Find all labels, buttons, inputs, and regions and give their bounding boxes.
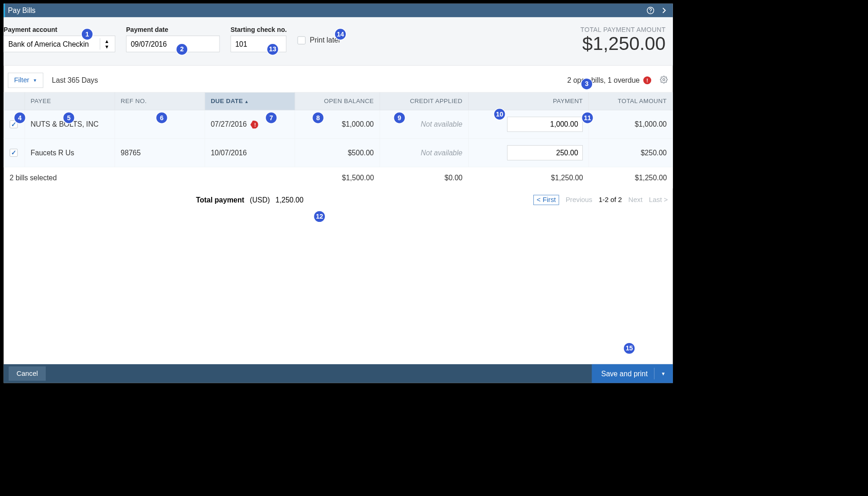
overdue-icon: !: [251, 121, 258, 129]
annotation-11: 11: [581, 112, 593, 124]
total-payment-footer-label: Total payment: [196, 196, 244, 204]
alert-icon: !: [643, 76, 651, 84]
annotation-9: 9: [393, 112, 405, 124]
print-later-checkbox[interactable]: [298, 36, 306, 44]
payment-account-value: Bank of America Checkin: [8, 40, 89, 48]
cancel-button[interactable]: Cancel: [9, 367, 46, 381]
payment-date-input[interactable]: [126, 36, 220, 52]
row-openbal: $500.00: [295, 139, 380, 167]
select-chevron-icon: ▲▼: [100, 38, 110, 50]
open-bills-status: 2 open bills, 1 overdue !: [567, 76, 651, 85]
col-payment[interactable]: PAYMENT: [468, 92, 589, 110]
bills-table: PAYEE REF NO. DUE DATE OPEN BALANCE CRED…: [4, 92, 673, 189]
total-payment-footer: Total payment (USD) 1,250.00: [196, 196, 304, 204]
total-payment-amount: $1,250.00: [581, 33, 666, 55]
total-payment-currency: (USD): [250, 196, 270, 204]
expand-icon[interactable]: [660, 6, 669, 15]
row-credit: Not available: [380, 139, 469, 167]
totals-row: 2 bills selected $1,500.00 $0.00 $1,250.…: [4, 167, 672, 188]
table-row: NUTS & BOLTS, INC 07/27/2016! $1,000.00 …: [4, 110, 672, 139]
annotation-14: 14: [334, 28, 346, 40]
col-openbal[interactable]: OPEN BALANCE: [295, 92, 380, 110]
pager-next[interactable]: Next: [629, 196, 642, 204]
row-duedate: 10/07/2016: [205, 139, 295, 167]
row-payment-cell: [468, 139, 589, 167]
row-openbal: $1,000.00: [295, 110, 380, 139]
row-payment-input[interactable]: [507, 116, 583, 132]
titlebar: Pay Bills: [4, 4, 673, 18]
window-title: Pay Bills: [8, 6, 646, 15]
col-credit[interactable]: CREDIT APPLIED: [380, 92, 469, 110]
totals-totalamt: $1,250.00: [589, 167, 672, 188]
annotation-15: 15: [623, 342, 635, 354]
filter-label: Filter: [14, 76, 29, 84]
save-and-print-button[interactable]: Save and print ▼: [592, 364, 672, 383]
open-bills-text: 2 open bills, 1 overdue: [567, 76, 640, 85]
pager-range: 1-2 of 2: [599, 196, 622, 204]
col-totalamt[interactable]: TOTAL AMOUNT: [589, 92, 672, 110]
pager-first[interactable]: < First: [533, 195, 559, 205]
total-payment-box: TOTAL PAYMENT AMOUNT $1,250.00: [581, 26, 668, 55]
pager-last[interactable]: Last >: [649, 196, 668, 204]
annotation-4: 4: [14, 112, 26, 124]
payment-account-field: Payment account Bank of America Checkin …: [4, 26, 116, 52]
totals-payment: $1,250.00: [468, 167, 589, 188]
col-payee[interactable]: PAYEE: [24, 92, 115, 110]
col-refno[interactable]: REF NO.: [115, 92, 205, 110]
annotation-6: 6: [156, 112, 168, 124]
form-strip: Payment account Bank of America Checkin …: [4, 17, 673, 65]
total-payment-footer-value: 1,250.00: [275, 196, 304, 204]
print-later-field: Print later: [298, 36, 341, 44]
row-duedate: 07/27/2016!: [205, 110, 295, 139]
gear-icon[interactable]: [660, 76, 668, 85]
pager: < First Previous 1-2 of 2 Next Last >: [533, 195, 668, 205]
chevron-down-icon[interactable]: ▼: [661, 371, 666, 376]
pager-prev[interactable]: Previous: [566, 196, 593, 204]
annotation-2: 2: [176, 43, 188, 55]
payment-account-select[interactable]: Bank of America Checkin ▲▼: [4, 36, 116, 52]
table-row: Faucets R Us 98765 10/07/2016 $500.00 No…: [4, 139, 672, 167]
row-payee: Faucets R Us: [24, 139, 115, 167]
annotation-8: 8: [312, 112, 324, 124]
toolbar: Filter ▼ Last 365 Days 2 open bills, 1 o…: [4, 66, 673, 92]
totals-lead: 2 bills selected: [4, 167, 295, 188]
row-payment-cell: [468, 110, 589, 139]
annotation-13: 13: [267, 43, 279, 55]
annotation-10: 10: [494, 108, 506, 120]
bottombar: Cancel Save and print ▼: [4, 364, 673, 383]
annotation-12: 12: [313, 210, 325, 222]
annotation-5: 5: [63, 112, 75, 124]
filter-button[interactable]: Filter ▼: [8, 73, 43, 88]
payment-account-label: Payment account: [4, 26, 116, 33]
row-totalamt: $250.00: [589, 139, 672, 167]
save-label: Save and print: [601, 369, 648, 378]
payment-date-field: Payment date: [126, 26, 220, 52]
annotation-7: 7: [265, 112, 277, 124]
svg-point-2: [663, 79, 665, 80]
row-payment-input[interactable]: [507, 145, 583, 160]
row-credit: Not available: [380, 110, 469, 139]
filter-range: Last 365 Days: [52, 76, 98, 85]
totals-openbal: $1,500.00: [295, 167, 380, 188]
totals-credit: $0.00: [380, 167, 469, 188]
annotation-1: 1: [81, 28, 93, 40]
col-duedate[interactable]: DUE DATE: [205, 92, 295, 110]
row-refno: 98765: [115, 139, 205, 167]
starting-check-label: Starting check no.: [231, 26, 287, 33]
annotation-3: 3: [581, 78, 593, 90]
svg-point-1: [650, 12, 651, 12]
chevron-down-icon: ▼: [33, 78, 37, 83]
help-icon[interactable]: [646, 6, 655, 15]
col-checkbox[interactable]: [4, 92, 24, 110]
row-checkbox[interactable]: [10, 149, 18, 157]
footer-row: Total payment (USD) 1,250.00 < First Pre…: [4, 189, 673, 205]
row-totalamt: $1,000.00: [589, 110, 672, 139]
payment-date-label: Payment date: [126, 26, 220, 33]
